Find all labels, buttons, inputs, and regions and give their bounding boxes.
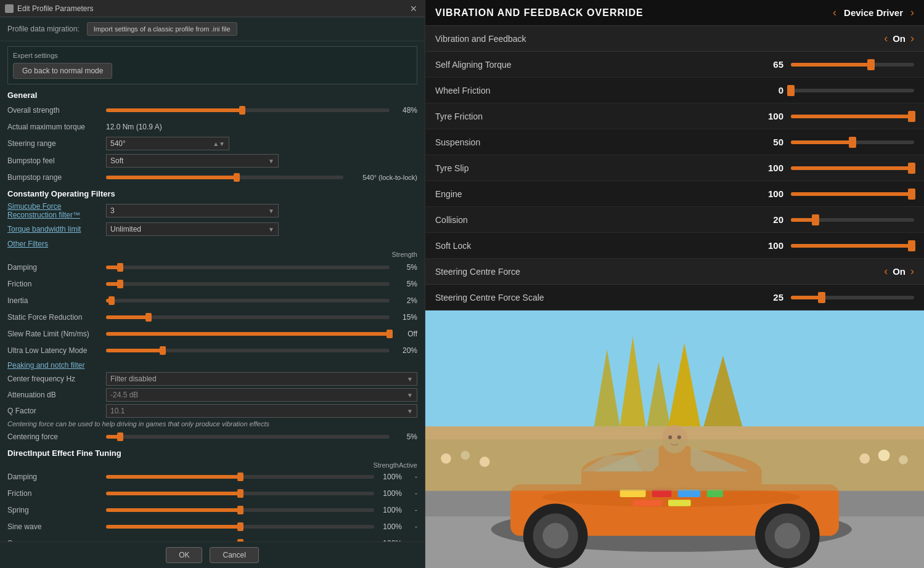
inertia-slider[interactable]: [106, 296, 390, 306]
q-factor-arrow: ▼: [407, 408, 413, 415]
left-content: Expert settings Go back to normal mode G…: [0, 41, 425, 542]
di-damping-slider[interactable]: [106, 472, 374, 482]
di-sine-wave-slider[interactable]: [106, 522, 374, 532]
scs-value: 25: [746, 292, 783, 302]
svg-point-17: [542, 523, 568, 549]
ts-value: 100: [746, 163, 783, 173]
vf-left-arrow[interactable]: ‹: [884, 32, 888, 45]
steering-centre-scale-row: Steering Centre Force Scale 25: [425, 285, 924, 310]
nav-right-arrow[interactable]: ›: [910, 6, 914, 19]
import-button[interactable]: Import settings of a classic profile fro…: [87, 22, 237, 36]
strength-header-label: Strength: [390, 251, 417, 258]
bumpstop-range-value: 540° (lock-to-lock): [343, 174, 417, 181]
di-sine-wave-value: 100%: [374, 522, 402, 531]
attenuation-arrow: ▼: [407, 392, 413, 399]
sus-slider[interactable]: [791, 137, 914, 147]
bumpstop-feel-arrow: ▼: [268, 158, 274, 164]
cancel-button[interactable]: Cancel: [210, 547, 258, 563]
torque-bandwidth-dropdown[interactable]: Unlimited ▼: [106, 222, 279, 236]
svg-point-38: [878, 450, 890, 461]
scs-slider[interactable]: [791, 293, 914, 302]
eng-value: 100: [746, 189, 783, 199]
steering-centre-force-row: Steering Centre Force ‹ On ›: [425, 259, 924, 285]
wf-value: 0: [746, 85, 783, 95]
engine-row: Engine 100: [425, 181, 924, 207]
ok-button[interactable]: OK: [166, 547, 202, 563]
overall-strength-slider[interactable]: [106, 105, 390, 115]
svg-rect-33: [425, 439, 924, 491]
other-filters-label[interactable]: Other Filters: [7, 240, 417, 248]
eng-label: Engine: [435, 189, 746, 199]
damping-slider[interactable]: [106, 262, 390, 272]
sus-label: Suspension: [435, 137, 746, 147]
tf-label: Tyre Friction: [435, 112, 746, 121]
di-sine-wave-row: Sine wave 100% -: [7, 520, 417, 534]
go-back-button[interactable]: Go back to normal mode: [13, 63, 112, 79]
peaking-notch-header[interactable]: Peaking and notch filter: [7, 361, 417, 370]
directinput-section-title: DirectInput Effect Fine Tuning: [7, 448, 417, 458]
svg-point-37: [859, 453, 870, 464]
svg-point-26: [677, 436, 681, 439]
sat-slider[interactable]: [791, 60, 914, 70]
simucube-filter-label[interactable]: Simucube Force Reconstruction filter™: [7, 202, 106, 219]
simucube-filter-arrow: ▼: [268, 208, 274, 214]
scf-right-arrow[interactable]: ›: [910, 265, 914, 278]
ultra-low-latency-slider[interactable]: [106, 346, 390, 355]
centering-force-slider[interactable]: [106, 432, 390, 442]
static-force-reduction-slider[interactable]: [106, 312, 390, 322]
self-aligning-torque-row: Self Aligning Torque 65: [425, 52, 924, 78]
vf-right-arrow[interactable]: ›: [910, 32, 914, 45]
sl-slider[interactable]: [791, 241, 914, 251]
profile-migration-row: Profile data migration: Import settings …: [0, 17, 425, 41]
steering-centre-force-toggle[interactable]: ‹ On ›: [884, 265, 914, 278]
di-friction-slider[interactable]: [106, 489, 374, 498]
attenuation-dropdown[interactable]: -24.5 dB ▼: [106, 388, 417, 402]
col-value: 20: [746, 214, 783, 225]
bumpstop-range-slider[interactable]: [106, 172, 343, 182]
slew-rate-label: Slew Rate Limit (Nm/ms): [7, 330, 106, 338]
di-spring-label: Spring: [7, 506, 106, 514]
steering-range-arrow: ▲▼: [213, 140, 225, 147]
close-button[interactable]: ✕: [407, 4, 420, 14]
eng-slider[interactable]: [791, 189, 914, 199]
profile-migration-label: Profile data migration:: [7, 25, 80, 33]
ts-label: Tyre Slip: [435, 163, 746, 173]
overall-strength-label: Overall strength: [7, 106, 106, 115]
inertia-label: Inertia: [7, 296, 106, 305]
strength-header: Strength: [7, 251, 417, 258]
tf-slider[interactable]: [791, 112, 914, 121]
q-factor-row: Q Factor 10.1 ▼: [7, 404, 417, 418]
q-factor-dropdown[interactable]: 10.1 ▼: [106, 404, 417, 418]
col-slider[interactable]: [791, 215, 914, 225]
static-force-reduction-row: Static Force Reduction 15%: [7, 310, 417, 324]
collision-row: Collision 20: [425, 207, 924, 233]
suspension-row: Suspension 50: [425, 129, 924, 155]
tyre-friction-row: Tyre Friction 100: [425, 103, 924, 129]
constantly-filters-title: Constantly Operating Filters: [7, 189, 417, 198]
nav-left-arrow[interactable]: ‹: [833, 6, 836, 19]
di-spring-value: 100%: [374, 506, 402, 514]
simucube-filter-dropdown[interactable]: 3 ▼: [106, 204, 279, 217]
di-square-wave-slider[interactable]: [106, 538, 374, 542]
steering-range-input[interactable]: 540° ▲▼: [106, 137, 229, 150]
bumpstop-range-row: Bumpstop range 540° (lock-to-lock): [7, 171, 417, 184]
wheel-friction-row: Wheel Friction 0: [425, 78, 924, 103]
expert-settings-label: Expert settings: [13, 52, 412, 59]
center-frequency-dropdown[interactable]: Filter disabled ▼: [106, 372, 417, 386]
friction-slider[interactable]: [106, 279, 390, 289]
svg-point-39: [899, 455, 908, 465]
vibration-feedback-toggle[interactable]: ‹ On ›: [884, 32, 914, 45]
torque-bandwidth-label[interactable]: Torque bandwidth limit: [7, 225, 106, 233]
sat-value: 65: [746, 59, 783, 70]
right-header-nav: ‹ Device Driver ›: [833, 6, 914, 19]
wf-slider[interactable]: [791, 86, 914, 95]
di-spring-slider[interactable]: [106, 505, 374, 515]
attenuation-label: Attenuation dB: [7, 391, 106, 399]
bumpstop-feel-row: Bumpstop feel Soft ▼: [7, 154, 417, 168]
sus-value: 50: [746, 137, 783, 147]
right-panel: VIBRATION AND FEEDBACK OVERRIDE ‹ Device…: [425, 0, 924, 568]
scf-left-arrow[interactable]: ‹: [884, 265, 888, 278]
slew-rate-slider[interactable]: [106, 329, 390, 339]
ts-slider[interactable]: [791, 163, 914, 173]
bumpstop-feel-dropdown[interactable]: Soft ▼: [106, 154, 279, 168]
